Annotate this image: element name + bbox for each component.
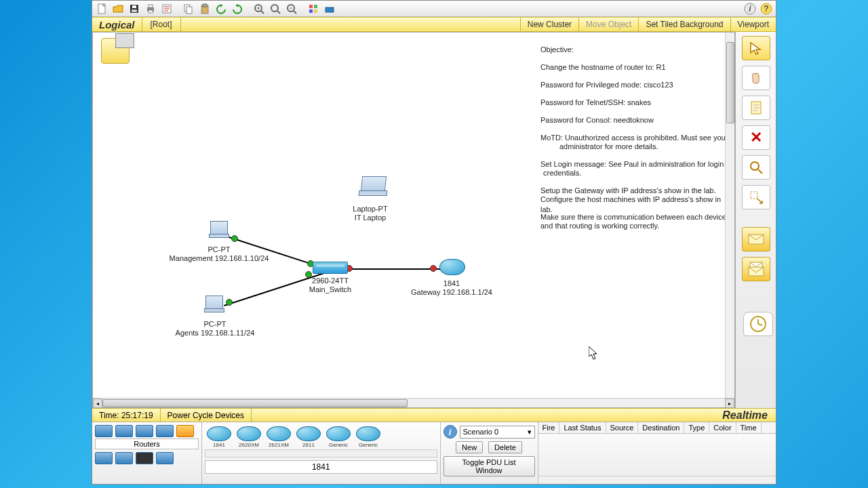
breadcrumb-root[interactable]: [Root] <box>142 18 181 31</box>
pdu-col-time[interactable]: Time <box>736 422 762 433</box>
place-note-tool-icon[interactable] <box>742 96 770 120</box>
pdu-col-type[interactable]: Type <box>684 422 709 433</box>
svg-rect-3 <box>132 9 137 12</box>
device-switch-model: 2960-24TT <box>312 277 349 285</box>
move-layout-tool-icon[interactable] <box>742 66 770 90</box>
pdu-col-last-status[interactable]: Last Status <box>559 422 606 433</box>
device-model-panel: 1841 2620XM 2621XM 2811 Generic Generic … <box>202 422 441 484</box>
save-icon[interactable] <box>127 1 142 16</box>
category-connections-icon[interactable] <box>176 425 194 437</box>
device-pc2-type: PC-PT <box>204 320 226 328</box>
open-file-icon[interactable] <box>111 1 125 16</box>
model-item-generic-1[interactable]: Generic <box>326 426 351 448</box>
navigate-back-cluster-icon[interactable] <box>101 38 130 64</box>
svg-rect-21 <box>309 5 313 8</box>
category-routers-icon[interactable] <box>95 425 113 437</box>
resize-shape-tool-icon[interactable] <box>742 185 770 209</box>
device-router-label: Gateway 192.168.1.1/24 <box>411 288 492 296</box>
port-status-router-switch <box>430 265 437 272</box>
device-pc-management[interactable] <box>210 221 229 238</box>
objective-line-6b: credentials. <box>543 168 581 178</box>
main-area: Objective: Change the hostname of router… <box>92 32 776 408</box>
canvas-vertical-scrollbar[interactable] <box>725 33 734 398</box>
realtime-simulation-toggle[interactable] <box>743 312 773 336</box>
zoom-in-icon[interactable] <box>252 1 267 16</box>
print-icon[interactable] <box>143 1 158 16</box>
scenario-panel: i Scenario 0▾ New Delete Toggle PDU List… <box>441 422 538 484</box>
status-bar: Time: 25:17:19 Power Cycle Devices Realt… <box>92 408 776 422</box>
model-item-1841[interactable]: 1841 <box>206 426 232 448</box>
category-wan-emulation-icon[interactable] <box>115 452 133 464</box>
zoom-reset-icon[interactable] <box>268 1 283 16</box>
scenario-info-icon[interactable]: i <box>443 425 457 439</box>
category-hubs-icon[interactable] <box>136 425 153 437</box>
new-file-icon[interactable] <box>94 1 109 16</box>
svg-line-17 <box>277 11 280 14</box>
model-item-2811[interactable]: 2811 <box>296 426 321 448</box>
undo-icon[interactable] <box>214 1 229 16</box>
drawing-palette-icon[interactable] <box>306 1 321 16</box>
objective-line-2: Password for Privileged mode: cisco123 <box>540 80 673 90</box>
device-pc1-type: PC-PT <box>208 245 231 253</box>
svg-text:?: ? <box>764 4 768 14</box>
svg-point-34 <box>751 162 759 170</box>
pdu-col-fire[interactable]: Fire <box>538 422 560 433</box>
add-simple-pdu-icon[interactable] <box>742 227 770 251</box>
add-complex-pdu-icon[interactable] <box>742 257 770 281</box>
inspect-tool-icon[interactable] <box>742 155 770 180</box>
svg-rect-25 <box>326 7 334 12</box>
category-wireless-icon[interactable] <box>156 425 174 437</box>
model-item-2621xm[interactable]: 2621XM <box>266 426 292 448</box>
scenario-select[interactable]: Scenario 0▾ <box>460 426 535 439</box>
category-end-devices-icon[interactable] <box>95 452 113 464</box>
mouse-cursor-icon <box>589 346 598 360</box>
activity-wizard-icon[interactable] <box>159 1 174 16</box>
help-icon[interactable]: ? <box>759 1 774 16</box>
zoom-out-icon[interactable] <box>284 1 299 16</box>
pdu-col-color[interactable]: Color <box>709 422 736 433</box>
scenario-delete-button[interactable]: Delete <box>488 441 522 453</box>
select-tool-icon[interactable] <box>742 36 770 60</box>
objective-heading: Objective: <box>540 45 574 55</box>
svg-rect-9 <box>186 7 192 14</box>
port-status-pc2 <box>226 299 233 306</box>
move-object-button[interactable]: Move Object <box>578 18 638 31</box>
model-item-2620xm[interactable]: 2620XM <box>236 426 262 448</box>
copy-icon[interactable] <box>181 1 196 16</box>
objective-line-5b: administrator for more details. <box>559 142 658 152</box>
viewport-button[interactable]: Viewport <box>730 18 776 31</box>
set-tiled-bg-button[interactable]: Set Tiled Background <box>638 18 730 31</box>
model-scrollbar[interactable] <box>205 449 437 458</box>
device-switch-name: Main_Switch <box>309 285 351 293</box>
device-switch[interactable] <box>313 262 348 274</box>
device-router-model: 1841 <box>443 279 460 287</box>
port-status-switch-pc2 <box>305 271 312 278</box>
pdu-list-scrollbar[interactable] <box>538 476 776 484</box>
device-laptop[interactable] <box>361 176 387 196</box>
model-item-generic-2[interactable]: Generic <box>355 426 381 448</box>
device-router[interactable] <box>439 259 465 275</box>
category-multiuser-icon[interactable] <box>156 452 174 464</box>
mode-realtime-label: Realtime <box>714 409 776 422</box>
custom-devices-icon[interactable] <box>322 1 337 16</box>
paste-icon[interactable] <box>197 1 212 16</box>
pdu-col-destination[interactable]: Destination <box>638 422 684 433</box>
canvas-horizontal-scrollbar[interactable]: ◂ ▸ <box>93 398 734 407</box>
delete-tool-icon[interactable]: ✕ <box>742 125 770 150</box>
new-cluster-button[interactable]: New Cluster <box>520 18 578 31</box>
toggle-pdu-list-button[interactable]: Toggle PDU List Window <box>443 456 535 476</box>
pdu-col-source[interactable]: Source <box>606 422 639 433</box>
topology-canvas-wrapper: Objective: Change the hostname of router… <box>92 32 735 408</box>
category-switches-icon[interactable] <box>115 425 133 437</box>
link-switch-router[interactable] <box>349 268 441 270</box>
workspace-bar: Logical [Root] New Cluster Move Object S… <box>92 17 776 32</box>
main-toolbar: i ? <box>92 1 776 17</box>
redo-icon[interactable] <box>230 1 245 16</box>
topology-canvas[interactable]: Objective: Change the hostname of router… <box>93 33 734 398</box>
objective-line-4: Password for Consol: needtoknow <box>540 115 654 125</box>
power-cycle-button[interactable]: Power Cycle Devices <box>161 409 252 422</box>
info-icon[interactable]: i <box>743 1 757 16</box>
bottom-panel: Routers 1841 2620XM 2621XM 2811 Generic … <box>92 422 776 484</box>
category-custom-icon[interactable] <box>136 452 153 464</box>
scenario-new-button[interactable]: New <box>456 441 483 453</box>
